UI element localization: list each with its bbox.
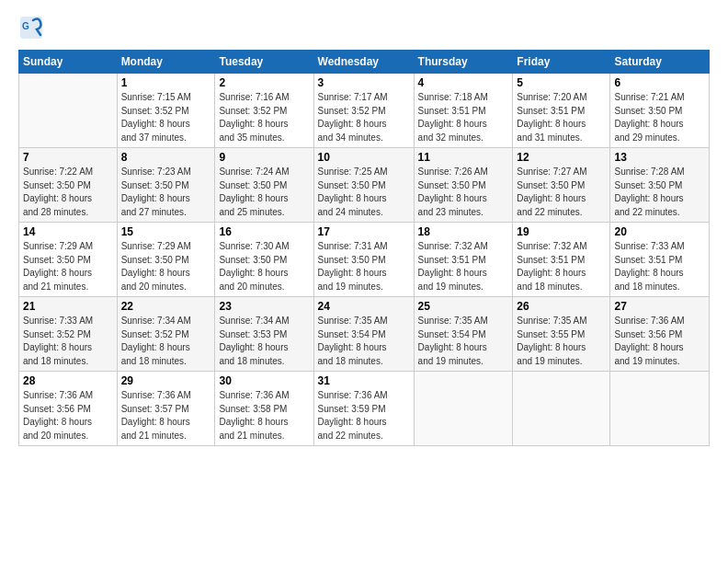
calendar-week-row: 7Sunrise: 7:22 AM Sunset: 3:50 PM Daylig… [19, 148, 710, 223]
calendar-cell: 18Sunrise: 7:32 AM Sunset: 3:51 PM Dayli… [414, 223, 513, 297]
day-info: Sunrise: 7:17 AM Sunset: 3:52 PM Dayligh… [318, 91, 410, 144]
day-number: 1 [121, 76, 211, 89]
day-number: 27 [614, 300, 705, 313]
calendar-cell: 28Sunrise: 7:36 AM Sunset: 3:56 PM Dayli… [19, 372, 118, 446]
calendar-cell [513, 372, 610, 446]
calendar-week-row: 1Sunrise: 7:15 AM Sunset: 3:52 PM Daylig… [19, 74, 710, 148]
calendar-cell: 24Sunrise: 7:35 AM Sunset: 3:54 PM Dayli… [313, 297, 414, 372]
calendar-cell: 9Sunrise: 7:24 AM Sunset: 3:50 PM Daylig… [215, 148, 313, 223]
day-info: Sunrise: 7:29 AM Sunset: 3:50 PM Dayligh… [121, 240, 211, 293]
calendar-cell: 6Sunrise: 7:21 AM Sunset: 3:50 PM Daylig… [610, 74, 710, 148]
calendar-cell: 19Sunrise: 7:32 AM Sunset: 3:51 PM Dayli… [513, 223, 610, 297]
day-number: 31 [318, 374, 410, 387]
calendar-cell [19, 74, 118, 148]
calendar-cell: 23Sunrise: 7:34 AM Sunset: 3:53 PM Dayli… [215, 297, 313, 372]
day-info: Sunrise: 7:36 AM Sunset: 3:58 PM Dayligh… [219, 389, 309, 442]
calendar-header-row: SundayMondayTuesdayWednesdayThursdayFrid… [19, 51, 710, 74]
calendar-cell: 15Sunrise: 7:29 AM Sunset: 3:50 PM Dayli… [117, 223, 215, 297]
logo-icon: G [18, 15, 44, 40]
header: G [18, 15, 710, 40]
day-info: Sunrise: 7:35 AM Sunset: 3:55 PM Dayligh… [517, 315, 606, 368]
day-number: 9 [219, 151, 309, 164]
calendar-header-sunday: Sunday [19, 51, 118, 74]
calendar-header-thursday: Thursday [414, 51, 513, 74]
day-info: Sunrise: 7:26 AM Sunset: 3:50 PM Dayligh… [418, 166, 509, 219]
day-info: Sunrise: 7:34 AM Sunset: 3:52 PM Dayligh… [121, 315, 211, 368]
day-number: 5 [517, 76, 606, 89]
day-info: Sunrise: 7:36 AM Sunset: 3:57 PM Dayligh… [121, 389, 211, 442]
calendar-cell: 1Sunrise: 7:15 AM Sunset: 3:52 PM Daylig… [117, 74, 215, 148]
calendar-cell: 29Sunrise: 7:36 AM Sunset: 3:57 PM Dayli… [117, 372, 215, 446]
day-info: Sunrise: 7:24 AM Sunset: 3:50 PM Dayligh… [219, 166, 309, 219]
calendar-cell: 22Sunrise: 7:34 AM Sunset: 3:52 PM Dayli… [117, 297, 215, 372]
day-number: 23 [219, 300, 309, 313]
day-number: 14 [23, 225, 113, 238]
day-number: 4 [418, 76, 509, 89]
day-number: 13 [614, 151, 705, 164]
day-number: 21 [23, 300, 113, 313]
calendar-week-row: 21Sunrise: 7:33 AM Sunset: 3:52 PM Dayli… [19, 297, 710, 372]
day-number: 3 [318, 76, 410, 89]
calendar-cell: 5Sunrise: 7:20 AM Sunset: 3:51 PM Daylig… [513, 74, 610, 148]
day-number: 10 [318, 151, 410, 164]
day-number: 12 [517, 151, 606, 164]
calendar-cell: 13Sunrise: 7:28 AM Sunset: 3:50 PM Dayli… [610, 148, 710, 223]
calendar-week-row: 28Sunrise: 7:36 AM Sunset: 3:56 PM Dayli… [19, 372, 710, 446]
day-number: 16 [219, 225, 309, 238]
day-info: Sunrise: 7:35 AM Sunset: 3:54 PM Dayligh… [418, 315, 509, 368]
day-info: Sunrise: 7:33 AM Sunset: 3:52 PM Dayligh… [23, 315, 113, 368]
logo: G [18, 15, 46, 40]
day-info: Sunrise: 7:21 AM Sunset: 3:50 PM Dayligh… [614, 91, 705, 144]
calendar-cell: 31Sunrise: 7:36 AM Sunset: 3:59 PM Dayli… [313, 372, 414, 446]
day-number: 8 [121, 151, 211, 164]
day-number: 7 [23, 151, 113, 164]
day-info: Sunrise: 7:22 AM Sunset: 3:50 PM Dayligh… [23, 166, 113, 219]
day-number: 25 [418, 300, 509, 313]
day-number: 19 [517, 225, 606, 238]
calendar-cell: 25Sunrise: 7:35 AM Sunset: 3:54 PM Dayli… [414, 297, 513, 372]
day-number: 20 [614, 225, 705, 238]
calendar-cell: 10Sunrise: 7:25 AM Sunset: 3:50 PM Dayli… [313, 148, 414, 223]
day-info: Sunrise: 7:29 AM Sunset: 3:50 PM Dayligh… [23, 240, 113, 293]
day-number: 30 [219, 374, 309, 387]
day-number: 29 [121, 374, 211, 387]
calendar-cell: 20Sunrise: 7:33 AM Sunset: 3:51 PM Dayli… [610, 223, 710, 297]
calendar-cell: 21Sunrise: 7:33 AM Sunset: 3:52 PM Dayli… [19, 297, 118, 372]
calendar-cell: 3Sunrise: 7:17 AM Sunset: 3:52 PM Daylig… [313, 74, 414, 148]
day-info: Sunrise: 7:34 AM Sunset: 3:53 PM Dayligh… [219, 315, 309, 368]
day-info: Sunrise: 7:23 AM Sunset: 3:50 PM Dayligh… [121, 166, 211, 219]
calendar-header-wednesday: Wednesday [313, 51, 414, 74]
calendar-cell: 26Sunrise: 7:35 AM Sunset: 3:55 PM Dayli… [513, 297, 610, 372]
day-info: Sunrise: 7:20 AM Sunset: 3:51 PM Dayligh… [517, 91, 606, 144]
calendar-header-friday: Friday [513, 51, 610, 74]
calendar-cell: 27Sunrise: 7:36 AM Sunset: 3:56 PM Dayli… [610, 297, 710, 372]
day-info: Sunrise: 7:31 AM Sunset: 3:50 PM Dayligh… [318, 240, 410, 293]
day-number: 11 [418, 151, 509, 164]
day-number: 2 [219, 76, 309, 89]
calendar-cell: 14Sunrise: 7:29 AM Sunset: 3:50 PM Dayli… [19, 223, 118, 297]
day-number: 15 [121, 225, 211, 238]
calendar-header-monday: Monday [117, 51, 215, 74]
day-info: Sunrise: 7:28 AM Sunset: 3:50 PM Dayligh… [614, 166, 705, 219]
calendar-cell: 16Sunrise: 7:30 AM Sunset: 3:50 PM Dayli… [215, 223, 313, 297]
day-info: Sunrise: 7:33 AM Sunset: 3:51 PM Dayligh… [614, 240, 705, 293]
calendar-cell: 12Sunrise: 7:27 AM Sunset: 3:50 PM Dayli… [513, 148, 610, 223]
day-info: Sunrise: 7:18 AM Sunset: 3:51 PM Dayligh… [418, 91, 509, 144]
day-number: 26 [517, 300, 606, 313]
day-info: Sunrise: 7:30 AM Sunset: 3:50 PM Dayligh… [219, 240, 309, 293]
calendar-cell [414, 372, 513, 446]
day-info: Sunrise: 7:27 AM Sunset: 3:50 PM Dayligh… [517, 166, 606, 219]
day-info: Sunrise: 7:16 AM Sunset: 3:52 PM Dayligh… [219, 91, 309, 144]
day-info: Sunrise: 7:36 AM Sunset: 3:56 PM Dayligh… [23, 389, 113, 442]
day-number: 6 [614, 76, 705, 89]
day-number: 24 [318, 300, 410, 313]
calendar-cell: 17Sunrise: 7:31 AM Sunset: 3:50 PM Dayli… [313, 223, 414, 297]
day-info: Sunrise: 7:25 AM Sunset: 3:50 PM Dayligh… [318, 166, 410, 219]
day-number: 28 [23, 374, 113, 387]
calendar-cell: 30Sunrise: 7:36 AM Sunset: 3:58 PM Dayli… [215, 372, 313, 446]
calendar-cell: 8Sunrise: 7:23 AM Sunset: 3:50 PM Daylig… [117, 148, 215, 223]
calendar-header-tuesday: Tuesday [215, 51, 313, 74]
calendar-cell: 2Sunrise: 7:16 AM Sunset: 3:52 PM Daylig… [215, 74, 313, 148]
calendar-cell: 4Sunrise: 7:18 AM Sunset: 3:51 PM Daylig… [414, 74, 513, 148]
calendar-table: SundayMondayTuesdayWednesdayThursdayFrid… [18, 50, 710, 446]
